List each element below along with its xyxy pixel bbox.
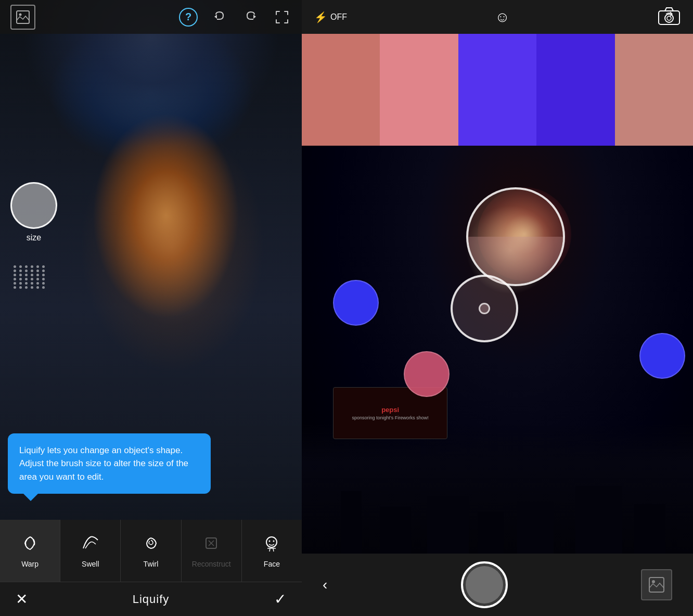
swatch-0[interactable] xyxy=(302,34,380,146)
pink-circle-1[interactable] xyxy=(404,351,450,397)
top-toolbar: ? xyxy=(0,0,302,34)
camera-flip-icon xyxy=(658,7,681,25)
tool-face[interactable]: Face xyxy=(242,520,302,582)
camera-top-bar: ⚡ OFF ☺ xyxy=(302,0,693,34)
cancel-button[interactable]: ✕ xyxy=(16,591,28,608)
bottom-title: Liquify xyxy=(133,593,170,606)
size-label: size xyxy=(27,233,41,242)
grid-dots xyxy=(14,265,46,289)
cityscape xyxy=(302,424,693,554)
swatch-3[interactable] xyxy=(536,34,614,146)
size-circle[interactable] xyxy=(10,182,57,229)
gallery-button[interactable] xyxy=(10,5,35,30)
color-swatches xyxy=(302,34,693,146)
svg-rect-0 xyxy=(17,11,29,23)
camera-preview[interactable]: pepsi sponsoring tonight's Fireworks sho… xyxy=(302,146,693,554)
gallery-thumb-icon xyxy=(648,576,665,593)
warp-icon xyxy=(21,534,40,557)
undo-button[interactable] xyxy=(210,8,229,27)
confirm-button[interactable]: ✓ xyxy=(274,591,286,608)
camera-bottom-bar: ‹ xyxy=(302,554,693,616)
back-button[interactable]: ‹ xyxy=(323,576,327,593)
svg-point-9 xyxy=(665,14,673,22)
flash-label: OFF xyxy=(330,12,347,22)
svg-point-6 xyxy=(269,540,271,542)
svg-rect-11 xyxy=(649,578,664,592)
svg-point-5 xyxy=(266,537,277,547)
expand-icon xyxy=(274,9,290,25)
warp-label: Warp xyxy=(21,560,38,568)
blue-circle-1[interactable] xyxy=(333,280,379,326)
edit-circle-medium[interactable] xyxy=(451,275,518,342)
face-icon xyxy=(262,534,281,557)
redo-icon xyxy=(243,9,259,25)
svg-point-10 xyxy=(667,16,671,20)
shutter-button[interactable] xyxy=(461,561,508,608)
flash-control[interactable]: ⚡ OFF xyxy=(314,11,347,23)
left-panel: ? xyxy=(0,0,302,616)
size-indicator[interactable]: size xyxy=(10,182,57,242)
toolbar-center: ? xyxy=(179,8,291,27)
tool-reconstruct[interactable]: Reconstruct xyxy=(182,520,242,582)
tooltip-text: Liquify lets you change an object's shap… xyxy=(19,445,188,482)
svg-point-12 xyxy=(652,580,655,583)
svg-point-7 xyxy=(273,540,275,542)
night-scene: pepsi sponsoring tonight's Fireworks sho… xyxy=(302,146,693,554)
tool-swell[interactable]: Swell xyxy=(60,520,121,582)
swatch-1[interactable] xyxy=(380,34,458,146)
expand-button[interactable] xyxy=(273,8,291,27)
right-panel: ⚡ OFF ☺ xyxy=(302,0,693,616)
svg-point-1 xyxy=(19,13,22,16)
help-button[interactable]: ? xyxy=(179,8,198,27)
bottom-action-row: ✕ Liquify ✓ xyxy=(0,582,302,616)
swatch-4[interactable] xyxy=(615,34,693,146)
swatch-2[interactable] xyxy=(458,34,536,146)
tooltip-bubble: Liquify lets you change an object's shap… xyxy=(8,433,211,494)
toolbar-left xyxy=(10,5,35,30)
camera-flip-button[interactable] xyxy=(658,7,681,28)
emoji-button[interactable]: ☺ xyxy=(495,9,510,25)
tool-twirl[interactable]: Twirl xyxy=(121,520,181,582)
face-label: Face xyxy=(264,560,280,568)
reconstruct-icon xyxy=(202,534,221,557)
swell-icon xyxy=(81,534,100,557)
redo-button[interactable] xyxy=(241,8,260,27)
tools-row: Warp Swell xyxy=(0,520,302,582)
reconstruct-label: Reconstruct xyxy=(192,560,231,568)
twirl-icon xyxy=(142,534,160,557)
twirl-label: Twirl xyxy=(144,560,159,568)
shutter-inner xyxy=(466,566,503,604)
flash-icon: ⚡ xyxy=(314,11,327,23)
swell-label: Swell xyxy=(82,560,99,568)
gallery-thumbnail[interactable] xyxy=(641,569,672,600)
blue-circle-2[interactable] xyxy=(639,333,685,379)
undo-icon xyxy=(212,9,227,25)
bottom-toolbar: Warp Swell xyxy=(0,520,302,616)
edit-circle-large[interactable] xyxy=(466,187,565,286)
gallery-icon xyxy=(16,10,30,24)
edit-circle-center-dot xyxy=(479,303,490,314)
tool-warp[interactable]: Warp xyxy=(0,520,60,582)
